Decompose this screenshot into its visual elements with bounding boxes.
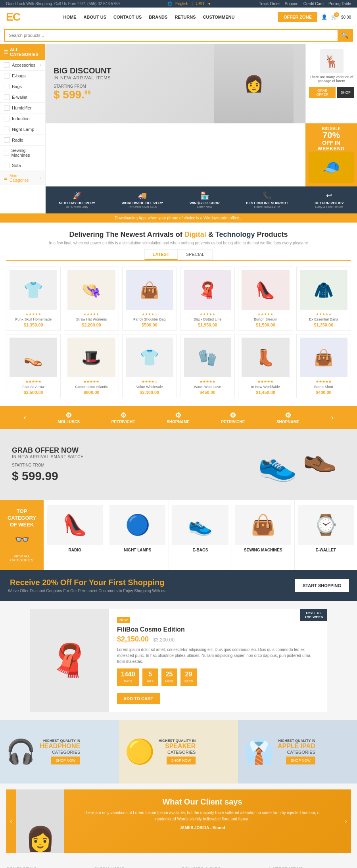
quality-shop-btn-1[interactable]: SHOP NOW <box>167 757 196 764</box>
cat-item-0[interactable]: 👠 RADIO <box>44 500 106 570</box>
nav-contact[interactable]: CONTACT US <box>113 15 142 19</box>
nav-home[interactable]: HOME <box>63 15 77 19</box>
product-card-4[interactable]: 👠 ★★★★★ Burton Sleepin $1,500.00 <box>238 267 293 331</box>
more-categories-button[interactable]: ☰ More Categories › <box>0 171 45 185</box>
product-card-3[interactable]: 🧣 ★★★★★ Black Dotted Line $1,950.00 <box>180 267 235 331</box>
product-card-2[interactable]: 👜 ★★★★☆ Fancy Shoulder Bag $500.00 <box>122 267 177 331</box>
language[interactable]: English <box>175 2 188 6</box>
currency[interactable]: USD <box>196 2 204 6</box>
brand-3[interactable]: ⚙ PETRIVICHE <box>221 411 245 424</box>
countdown: 1440 DAYS 5 HRS 25 MINS 29 SECS <box>117 668 319 686</box>
hero-text: BIG DISCOUNT IN NEW ARRIVAL ITEMS STARTI… <box>54 66 111 101</box>
logo[interactable]: EC <box>6 11 20 23</box>
brand-next-button[interactable]: › <box>331 413 333 422</box>
add-to-cart-button[interactable]: ADD TO CART <box>117 693 160 704</box>
discount-bar: Receive 20% Off For Your First Shopping … <box>0 570 357 601</box>
sidebar-item-induction[interactable]: Induction <box>0 113 45 124</box>
testimonial-model-image: 👩 <box>16 789 64 853</box>
sidebar-item-sewing[interactable]: Sewing Machines <box>0 146 45 160</box>
product-stars-8: ★★★★☆ <box>126 380 173 384</box>
grab-offer-button[interactable]: GRAB OFFER <box>309 87 336 98</box>
logo-text: EC <box>6 11 20 23</box>
quality-shop-btn-2[interactable]: SHOP NOW <box>286 757 315 764</box>
brand-icon-2: ⚙ <box>167 411 190 420</box>
brand-2[interactable]: ⚙ SHOPNAME <box>167 411 190 424</box>
product-card-8[interactable]: 👕 ★★★★☆ Value Wholesale $2,100.00 <box>122 334 177 398</box>
cat-item-2[interactable]: 👟 E-BAGS <box>169 500 232 570</box>
product-image-8: 👕 <box>126 338 173 377</box>
search-button[interactable]: 🔍 <box>338 30 352 41</box>
countdown-days-label: DAYS <box>124 680 132 683</box>
cat-item-3[interactable]: 👜 SEWING MACHINES <box>232 500 295 570</box>
brand-1[interactable]: ⚙ PETRIVICHE <box>111 411 135 424</box>
cat-item-1[interactable]: 🔵 NIGHT LAMPS <box>106 500 169 570</box>
testimonial-next-button[interactable]: › <box>341 789 351 853</box>
nav-returns[interactable]: RETURNS <box>175 15 196 19</box>
product-card-5[interactable]: 🧥 ★★★★★ Ex Essential Dans $1,350.00 <box>296 267 351 331</box>
product-image-9: 🧤 <box>184 338 231 377</box>
nav-about[interactable]: ABOUT US <box>84 15 106 19</box>
promo-banner-text: Downloading App, when your phone of choi… <box>115 216 242 220</box>
promo-banner[interactable]: Downloading App, when your phone of choi… <box>0 213 357 223</box>
product-name-5: Ex Essential Dans <box>300 317 347 321</box>
top-bar-message: Good Luck With Shopping. Call Us Free 24… <box>6 2 120 6</box>
testimonial-prev-button[interactable]: ‹ <box>6 789 16 853</box>
sidebar-item-ebags[interactable]: E-bags <box>0 71 45 81</box>
sidebar-label-induction: Induction <box>12 116 30 121</box>
pricing-link[interactable]: Pricing Table <box>328 2 351 6</box>
delivery-icon-1: 🚚 <box>122 191 163 200</box>
hero-big-title: BIG DISCOUNT <box>54 66 111 75</box>
product-stars-0: ★★★★★ <box>10 312 57 316</box>
product-stars-1: ★★★★★ <box>67 312 115 316</box>
brand-name-3: PETRIVICHE <box>221 420 245 424</box>
credit-link[interactable]: Credit Card <box>303 2 324 6</box>
cart-icon[interactable]: 🛒0 <box>331 14 337 20</box>
tab-special[interactable]: SPECIAL <box>178 249 213 260</box>
sidebar-item-nightlamp[interactable]: Night Lamp <box>0 124 45 135</box>
product-name-8: Value Wholesale <box>126 385 173 389</box>
product-card-1[interactable]: 👒 ★★★★★ Straw Hat Womens $2,200.00 <box>64 267 119 331</box>
cat-item-4[interactable]: ⌚ E-WALLET <box>295 500 357 570</box>
product-price-8: $2,100.00 <box>126 390 173 395</box>
product-name-9: Warm Wool Love <box>184 385 231 389</box>
tab-latest[interactable]: LATEST <box>144 249 178 260</box>
sidebar-item-accessories[interactable]: Accessories › <box>0 60 45 71</box>
brand-prev-button[interactable]: ‹ <box>24 413 26 422</box>
product-card-9[interactable]: 🧤 ★★★★★ Warm Wool Love $450.00 <box>180 334 235 398</box>
nav-custom[interactable]: CUSTOMMENU <box>203 15 235 19</box>
sidebar-item-humidifier[interactable]: Humidifier <box>0 103 45 113</box>
search-input[interactable] <box>5 31 338 40</box>
shop-button[interactable]: SHOP <box>337 87 354 98</box>
delivery-bar: 🚀 NEXT DAY DELIVERY UP Orders Only 🚚 WOR… <box>46 186 357 213</box>
sidebar-label-sewing: Sewing Machines <box>12 148 42 157</box>
product-card-6[interactable]: 👡 ★★★★★ Fast As Arrow $2,500.00 <box>6 334 61 398</box>
sidebar-item-radio[interactable]: Radio <box>0 135 45 146</box>
product-card-0[interactable]: 👕 ★★★★★ Punk Skull Homemade $1,350.00 <box>6 267 61 331</box>
sidebar-label-radio: Radio <box>12 138 23 142</box>
sidebar-item-ewallet[interactable]: E-wallet <box>0 92 45 103</box>
brand-0[interactable]: ⚙ MOLLUSCS <box>58 411 80 424</box>
discount-text1: Receive <box>10 578 42 587</box>
user-icon[interactable]: 👤 <box>321 14 327 20</box>
product-card-7[interactable]: 🎩 ★★★★★ Combination Atlantic $800.00 <box>64 334 119 398</box>
sidebar-item-bags[interactable]: Bags <box>0 81 45 92</box>
product-card-11[interactable]: 👜 ★★★★★ Storm Short $400.00 <box>296 334 351 398</box>
product-name-2: Fancy Shoulder Bag <box>126 317 173 321</box>
more-arrow: › <box>40 176 41 181</box>
sidebar-label-bags: Bags <box>12 84 22 89</box>
product-stars-9: ★★★★★ <box>184 380 231 384</box>
product-card-10[interactable]: 👢 ★★★★★ In New Worldwide $1,450.00 <box>238 334 293 398</box>
support-link[interactable]: Support <box>285 2 299 6</box>
quality-cat-1: CATEGORIES <box>159 750 196 755</box>
product-price-1: $2,200.00 <box>67 323 115 327</box>
track-order-link[interactable]: Track Order <box>259 2 280 6</box>
quality-shop-btn-0[interactable]: SHOP NOW <box>51 757 80 764</box>
sidebar-item-sofa[interactable]: Sofa <box>0 160 45 171</box>
start-shopping-button[interactable]: START SHOPPING <box>295 579 349 592</box>
offer-zone-button[interactable]: OFFER ZONE <box>278 12 317 22</box>
discount-heading: Receive 20% Off For Your First Shopping <box>8 578 167 587</box>
nav-brands[interactable]: BRANDS <box>149 15 167 19</box>
quality-cat-0: CATEGORIES <box>40 750 80 755</box>
brand-4[interactable]: ⚙ SHOPNAME <box>276 411 299 424</box>
top-category-view-all[interactable]: VIEW ALL CATEGORIES <box>4 554 40 562</box>
